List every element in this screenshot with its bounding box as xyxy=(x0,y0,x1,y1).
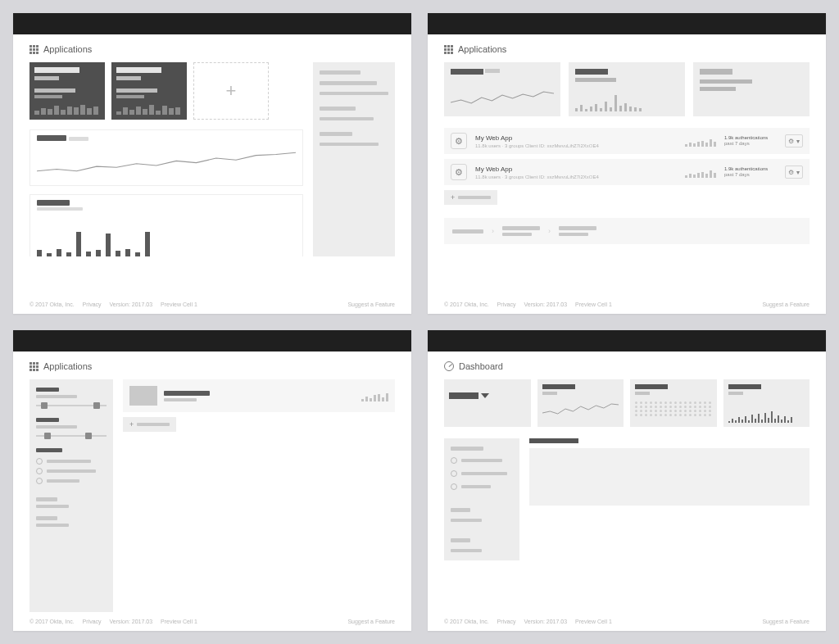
mockup-top-left: Applications xyxy=(13,13,411,314)
footer-copyright: © 2017 Okta, Inc. xyxy=(444,302,489,307)
footer-version: Version: 2017.03 xyxy=(110,302,153,307)
dashboard-icon xyxy=(444,361,454,371)
kpi-tile[interactable] xyxy=(630,379,717,427)
app-list-item[interactable]: ⚙ My Web App 11.8k users · 3 groups Clie… xyxy=(444,159,810,185)
footer-copyright: © 2017 Okta, Inc. xyxy=(29,619,75,624)
radio-option[interactable] xyxy=(36,458,107,465)
app-title: My Web App xyxy=(475,166,677,173)
radio-option[interactable] xyxy=(36,468,107,474)
topbar xyxy=(13,13,411,34)
item-stat: 1.9k authentications past 7 days xyxy=(724,135,777,147)
add-button[interactable]: + xyxy=(444,190,497,205)
bar-chart-card xyxy=(29,194,303,256)
footer-privacy[interactable]: Privacy xyxy=(83,302,102,307)
kpi-tile[interactable] xyxy=(537,379,624,427)
sparkline-chart xyxy=(451,88,554,107)
thumbnail xyxy=(129,386,157,406)
plus-icon: + xyxy=(129,420,134,429)
add-button[interactable]: + xyxy=(123,417,176,432)
filter-sidebar xyxy=(29,379,113,612)
footer-suggest[interactable]: Suggest a Feature xyxy=(762,302,810,307)
topbar xyxy=(428,330,826,351)
gear-icon: ⚙ xyxy=(451,133,467,149)
chevron-right-icon: › xyxy=(548,227,551,235)
footer: © 2017 Okta, Inc. Privacy Version: 2017.… xyxy=(444,295,810,307)
slider[interactable] xyxy=(36,405,107,406)
content-area xyxy=(529,438,810,506)
footer: © 2017 Okta, Inc. Privacy Version: 2017.… xyxy=(29,612,395,624)
page-header: Applications xyxy=(29,44,395,54)
footer-suggest[interactable]: Suggest a Feature xyxy=(762,619,810,624)
footer-version: Version: 2017.03 xyxy=(524,619,568,624)
breadcrumb-steps: › › xyxy=(444,218,810,244)
mockup-top-right: Applications xyxy=(428,13,826,314)
item-menu-button[interactable]: ⚙ ▾ xyxy=(785,134,803,147)
apps-grid-icon xyxy=(444,45,453,54)
footer-copyright: © 2017 Okta, Inc. xyxy=(444,619,489,624)
sparkline-chart xyxy=(542,400,619,418)
line-chart-card xyxy=(29,129,303,186)
app-list-item[interactable]: ⚙ My Web App 11.8k users · 3 groups Clie… xyxy=(444,128,810,154)
footer-version: Version: 2017.03 xyxy=(524,302,568,307)
radio-option[interactable] xyxy=(36,478,107,484)
stat-tile[interactable] xyxy=(693,62,810,116)
footer-privacy[interactable]: Privacy xyxy=(497,302,516,307)
page-header: Applications xyxy=(29,361,395,371)
mockup-bottom-left: Applications xyxy=(13,330,411,631)
radio-option[interactable] xyxy=(451,457,513,464)
mockup-bottom-right: Dashboard xyxy=(428,330,826,631)
footer-suggest[interactable]: Suggest a Feature xyxy=(347,619,395,624)
topbar xyxy=(13,330,411,351)
row-bar-chart xyxy=(361,390,388,401)
app-subtitle: 11.8k users · 3 groups Client ID: xszMwv… xyxy=(475,175,677,179)
side-panel xyxy=(313,62,395,256)
tiny-bar-chart xyxy=(728,401,805,423)
footer-preview: Preview Cell 1 xyxy=(161,619,197,624)
item-bar-chart xyxy=(685,135,716,147)
tile-bar-chart xyxy=(34,100,100,115)
apps-grid-icon xyxy=(29,362,39,371)
radio-option[interactable] xyxy=(451,470,513,477)
footer-preview: Preview Cell 1 xyxy=(161,302,197,307)
footer-privacy[interactable]: Privacy xyxy=(83,619,102,624)
footer-copyright: © 2017 Okta, Inc. xyxy=(29,302,75,307)
page-header: Applications xyxy=(444,44,810,54)
plus-icon: + xyxy=(226,80,237,102)
bar-chart xyxy=(37,215,296,256)
item-bar-chart xyxy=(685,166,716,178)
item-stat: 1.9k authentications past 7 days xyxy=(724,166,777,178)
line-chart xyxy=(37,143,296,180)
footer-privacy[interactable]: Privacy xyxy=(497,619,516,624)
mini-bar-chart xyxy=(575,88,678,111)
page-header: Dashboard xyxy=(444,361,810,371)
stat-tile[interactable] xyxy=(444,62,560,116)
topbar xyxy=(428,13,826,34)
footer-version: Version: 2017.03 xyxy=(110,619,153,624)
footer-preview: Preview Cell 1 xyxy=(575,302,612,307)
radio-option[interactable] xyxy=(451,483,513,490)
kpi-tile[interactable] xyxy=(444,379,531,427)
list-row[interactable] xyxy=(123,379,395,412)
slider[interactable] xyxy=(36,435,107,437)
page-title: Applications xyxy=(43,361,92,371)
page-title: Applications xyxy=(43,44,92,54)
item-menu-button[interactable]: ⚙ ▾ xyxy=(785,166,803,179)
app-tile[interactable] xyxy=(111,62,187,120)
app-title: My Web App xyxy=(475,134,677,142)
arrow-down-icon xyxy=(481,393,489,398)
add-app-tile[interactable]: + xyxy=(193,62,269,120)
footer-suggest[interactable]: Suggest a Feature xyxy=(347,302,395,307)
stat-tile[interactable] xyxy=(569,62,685,116)
dot-grid-chart xyxy=(635,401,712,416)
app-tile[interactable] xyxy=(29,62,105,120)
footer-preview: Preview Cell 1 xyxy=(575,619,612,624)
tile-bar-chart xyxy=(116,100,182,115)
app-subtitle: 11.8k users · 3 groups Client ID: xszMwv… xyxy=(475,143,677,148)
footer: © 2017 Okta, Inc. Privacy Version: 2017.… xyxy=(444,612,810,624)
filter-sidebar xyxy=(444,438,519,560)
page-title: Dashboard xyxy=(459,361,503,371)
kpi-tile[interactable] xyxy=(723,379,810,427)
gear-icon: ⚙ xyxy=(451,164,467,180)
apps-grid-icon xyxy=(29,45,39,54)
page-title: Applications xyxy=(458,44,506,54)
